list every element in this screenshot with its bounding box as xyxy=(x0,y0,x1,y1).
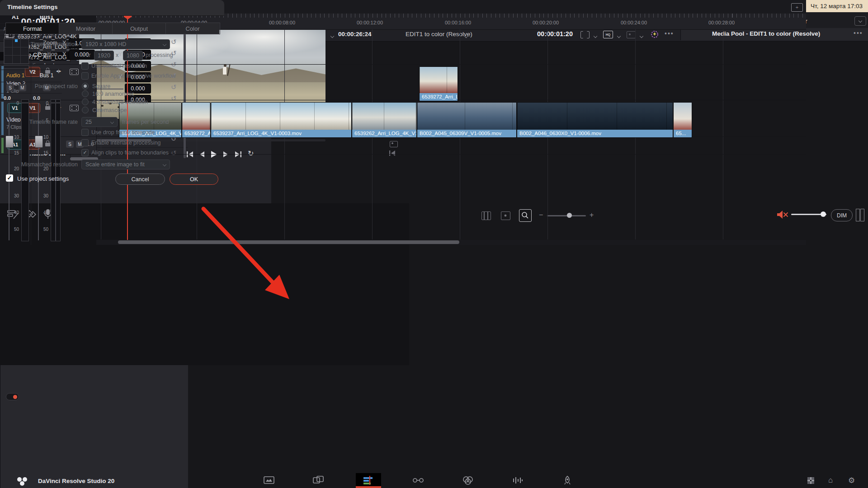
timeline-clip-v2[interactable]: 6539272_Arri_LO... xyxy=(419,66,458,101)
active-page-underline xyxy=(356,486,381,488)
dialog-tabs: Format Monitor Output Color xyxy=(5,23,220,34)
par-cinemascope-radio[interactable] xyxy=(82,107,89,113)
channel-name-audio1[interactable]: Audio 1 xyxy=(0,72,31,79)
x-separator: x xyxy=(116,52,118,58)
timeline-clip[interactable]: 65... xyxy=(673,102,692,138)
page-media-button[interactable] xyxy=(262,475,276,485)
fader-scale: 0 xyxy=(12,101,19,106)
use-vertical-resolution-checkbox[interactable] xyxy=(81,62,89,70)
interlace-label: Enable interlace processing xyxy=(91,140,161,146)
timeline-clip[interactable]: 6539262_Arri_LOG_4K_V1-0... xyxy=(352,102,417,138)
ruler-label: 00:00:08:00 xyxy=(269,20,295,25)
fader-handle-bus1[interactable] xyxy=(35,136,43,148)
page-color-button[interactable] xyxy=(461,475,475,485)
par-169-label: 16:9 anamorphic xyxy=(92,91,134,97)
tab-format[interactable]: Format xyxy=(6,23,59,34)
fader-scale: 50 xyxy=(12,227,19,232)
fader-scale: 40 xyxy=(12,210,19,215)
page-cut-button[interactable] xyxy=(312,475,326,485)
dim-button[interactable]: DIM xyxy=(831,209,853,221)
timeline-clip[interactable]: B002_A046_0630X0_V1-0006.mov xyxy=(517,102,673,138)
mismatched-resolution-dropdown[interactable]: Scale entire image to fit xyxy=(81,160,170,169)
clip-thumbnail xyxy=(352,103,416,130)
height-input[interactable]: 1080 xyxy=(123,51,143,61)
ruler-label: 00:00:28:00 xyxy=(708,20,735,25)
monitor-volume-handle[interactable] xyxy=(821,211,826,217)
fader-level-a1: 0.0 xyxy=(4,95,11,101)
clip-thumbnail xyxy=(674,103,692,130)
page-fairlight-button[interactable] xyxy=(511,475,524,485)
app-version-label: DaVinci Resolve Studio 20 xyxy=(38,478,114,484)
tab-output[interactable]: Output xyxy=(113,23,166,34)
track-solo-button[interactable]: S xyxy=(66,141,74,148)
timeline-resolution-label: Timeline resolution xyxy=(0,41,78,47)
menubar-clock[interactable]: Чт, 12 марта 17:03 xyxy=(811,3,863,9)
ruler-label: 00:00:12:00 xyxy=(357,20,383,25)
position-x-input[interactable]: 0.000 xyxy=(69,50,95,60)
meters-panel-icon2[interactable] xyxy=(860,209,864,221)
audio-track-accent xyxy=(1,138,4,153)
par-square-radio[interactable] xyxy=(82,83,89,89)
clip-label: B002_A045_06309V_V1-0005.mov xyxy=(417,130,516,137)
clip-thumbnail xyxy=(182,103,210,130)
width-input[interactable]: 1920 xyxy=(94,51,114,61)
create-timeline-icon[interactable]: + xyxy=(791,3,803,12)
project-settings-gear-button[interactable]: ⚙ xyxy=(848,476,855,485)
clip-label: 6539262_Arri_LOG_4K_V1-0... xyxy=(352,130,416,137)
fader-scale: 0 xyxy=(41,101,48,106)
dialog-titlebar[interactable]: Timeline Settings xyxy=(0,0,224,16)
track-film-icon[interactable] xyxy=(70,105,79,111)
check-glyph: ✓ xyxy=(83,150,87,155)
align-clips-checkbox[interactable]: ✓ xyxy=(81,149,89,156)
tab-monitor[interactable]: Monitor xyxy=(59,23,113,34)
use-project-settings-label: Use project settings xyxy=(17,175,69,182)
tab-color[interactable]: Color xyxy=(166,23,219,34)
page-deliver-button[interactable] xyxy=(561,475,574,485)
processing-label: processing xyxy=(146,52,173,58)
apple-immersive-checkbox[interactable] xyxy=(81,72,89,80)
timeline-clip[interactable]: 6539272_A... xyxy=(182,102,211,138)
use-project-settings-checkbox[interactable]: ✓ xyxy=(6,174,13,182)
timeline-clip[interactable]: B002_A045_06309V_V1-0005.mov xyxy=(417,102,517,138)
clip-thumbnail xyxy=(420,67,458,93)
lock-track-icon[interactable] xyxy=(45,143,50,146)
page-fusion-button[interactable] xyxy=(411,475,425,485)
lock-track-icon[interactable] xyxy=(45,106,50,110)
drop-frame-label: Use drop frame timecode xyxy=(91,129,155,136)
par-43-label: 4:3 standard definition xyxy=(92,99,148,105)
track-film-icon[interactable] xyxy=(70,69,79,75)
ok-button[interactable]: OK xyxy=(170,174,218,185)
annotation-arrow xyxy=(199,203,298,307)
cancel-button[interactable]: Cancel xyxy=(115,174,165,185)
fader-handle-a1[interactable] xyxy=(5,136,14,148)
pan-bar-a1[interactable] xyxy=(4,65,29,69)
fader-level-bus1: 0.0 xyxy=(33,95,40,101)
pixel-aspect-ratio-label: Pixel aspect ratio xyxy=(0,83,78,89)
ruler-label: 00:00:24:00 xyxy=(621,20,647,25)
mismatched-resolution-label: Mismatched resolution xyxy=(0,161,78,168)
par-169-radio[interactable] xyxy=(82,90,89,97)
page-edit-button-active[interactable] xyxy=(362,475,375,485)
inspector-more-button[interactable]: ••• xyxy=(854,29,863,37)
interlace-checkbox[interactable] xyxy=(81,139,89,146)
home-button[interactable]: ⌂ xyxy=(828,476,833,485)
timeline-resolution-dropdown[interactable]: 868 x 488 HD xyxy=(81,39,170,49)
clip-label: 65... xyxy=(674,130,692,137)
ruler-label: 00:00:20:00 xyxy=(533,20,559,25)
use-vertical-resolution-label: Use vertical resolution xyxy=(91,63,147,69)
par-43-radio[interactable] xyxy=(82,99,89,105)
fader-scale: 30 xyxy=(41,193,48,198)
drop-frame-checkbox[interactable] xyxy=(81,129,89,136)
video-track-accent xyxy=(1,66,4,99)
clip-thumbnail xyxy=(417,103,516,130)
timeline-clip[interactable]: 6539237_Arri_LOG_4K_V1-0003.mov xyxy=(211,102,352,138)
project-manager-button[interactable] xyxy=(807,477,814,484)
channel-name-bus1[interactable]: Bus 1 xyxy=(31,72,62,79)
timeline-frame-rate-label: Timeline frame rate xyxy=(0,119,78,125)
ruler-label: 00:00:16:00 xyxy=(445,20,471,25)
transform-toggle[interactable] xyxy=(6,393,19,400)
check-glyph: ✓ xyxy=(7,174,12,181)
frame-rate-dropdown[interactable]: 25 xyxy=(81,117,118,127)
meters-panel-icon[interactable] xyxy=(856,209,860,221)
panel-collapse-button[interactable] xyxy=(854,16,866,26)
